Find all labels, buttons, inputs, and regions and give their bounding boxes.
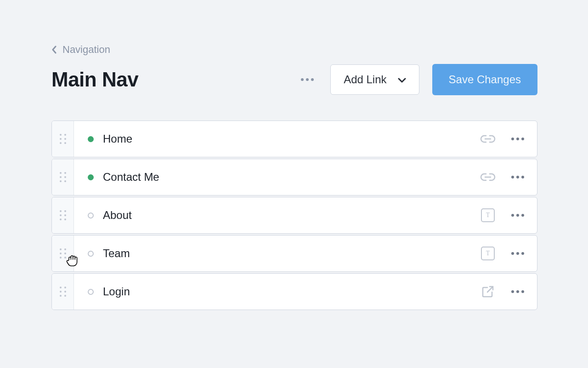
nav-item-label: Home bbox=[103, 132, 132, 145]
more-actions-button[interactable] bbox=[297, 75, 317, 85]
status-dot-inactive bbox=[88, 213, 94, 218]
breadcrumb[interactable]: Navigation bbox=[51, 44, 537, 56]
chevron-left-icon bbox=[51, 45, 57, 54]
drag-handle[interactable] bbox=[52, 274, 74, 310]
page-title: Main Nav bbox=[51, 68, 138, 91]
link-icon[interactable] bbox=[480, 169, 496, 185]
nav-item-row[interactable]: Login bbox=[51, 273, 537, 310]
status-dot-active bbox=[88, 136, 94, 142]
drag-handle[interactable] bbox=[52, 121, 74, 157]
save-label: Save Changes bbox=[449, 73, 521, 86]
row-more-button[interactable] bbox=[509, 288, 526, 295]
nav-item-row[interactable]: Team T bbox=[51, 235, 537, 272]
nav-item-row[interactable]: About T bbox=[51, 197, 537, 234]
external-link-icon[interactable] bbox=[480, 284, 496, 299]
link-icon[interactable] bbox=[480, 131, 496, 147]
text-icon[interactable]: T bbox=[480, 246, 496, 261]
drag-handle[interactable] bbox=[52, 159, 74, 195]
save-changes-button[interactable]: Save Changes bbox=[432, 64, 537, 95]
nav-item-label: Team bbox=[103, 247, 130, 260]
drag-handle[interactable] bbox=[52, 197, 74, 233]
drag-handle[interactable] bbox=[52, 236, 74, 271]
add-link-label: Add Link bbox=[344, 73, 386, 86]
nav-item-row[interactable]: Home bbox=[51, 121, 537, 157]
status-dot-inactive bbox=[88, 289, 94, 295]
status-dot-active bbox=[88, 174, 94, 180]
chevron-down-icon bbox=[398, 73, 406, 86]
breadcrumb-label: Navigation bbox=[62, 44, 110, 56]
status-dot-inactive bbox=[88, 251, 94, 257]
nav-item-label: Contact Me bbox=[103, 171, 159, 184]
row-more-button[interactable] bbox=[509, 212, 526, 218]
nav-item-label: About bbox=[103, 209, 132, 222]
row-more-button[interactable] bbox=[509, 136, 526, 142]
text-icon[interactable]: T bbox=[480, 207, 496, 223]
add-link-button[interactable]: Add Link bbox=[330, 64, 419, 95]
nav-item-label: Login bbox=[103, 285, 130, 298]
nav-item-row[interactable]: Contact Me bbox=[51, 159, 537, 196]
nav-items-list: Home Contact Me bbox=[51, 121, 537, 310]
row-more-button[interactable] bbox=[509, 250, 526, 257]
row-more-button[interactable] bbox=[509, 174, 526, 180]
